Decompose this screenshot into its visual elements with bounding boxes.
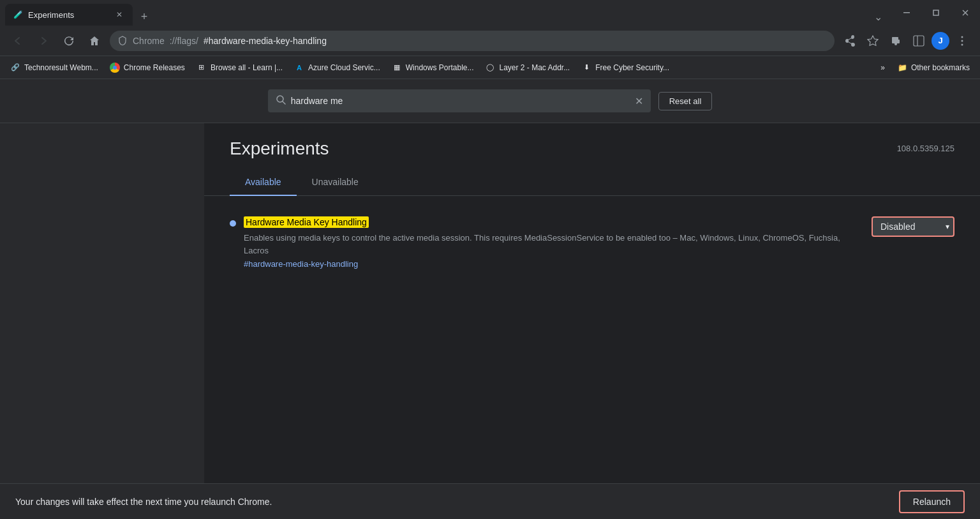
bookmark-favicon-6: ◯ [485,63,495,73]
flag-name: Hardware Media Key Handling [244,216,369,228]
home-button[interactable] [84,31,105,51]
experiments-header: Experiments 108.0.5359.125 [204,123,980,159]
bookmark-technoresult[interactable]: 🔗 Technoresult Webm... [5,59,103,77]
bookmark-label-2: Chrome Releases [124,63,185,72]
bottom-bar: Your changes will take effect the next t… [0,483,980,519]
bookmark-browse-all[interactable]: ⊞ Browse all - Learn |... [191,59,288,77]
extensions-button[interactable] [886,31,906,51]
tab-navigation: Available Unavailable [204,169,980,196]
search-input[interactable] [291,96,630,106]
flag-control: Default Enabled Disabled [872,216,954,237]
tab-unavailable[interactable]: Unavailable [297,169,374,196]
svg-point-6 [961,36,963,38]
bookmark-label-3: Browse all - Learn |... [211,63,283,72]
sidebar-toggle-button[interactable] [909,31,929,51]
bookmark-label-6: Layer 2 - Mac Addr... [499,63,570,72]
flag-anchor-link[interactable]: #hardware-media-key-handling [244,259,864,269]
bookmark-label-4: Azure Cloud Servic... [308,63,380,72]
search-icon [276,94,286,107]
left-panel [0,123,204,519]
bookmark-favicon-2 [110,63,120,73]
bookmark-windows[interactable]: ▦ Windows Portable... [387,59,479,77]
flag-item: Hardware Media Key Handling Enables usin… [230,211,954,274]
other-bookmarks-label: Other bookmarks [911,63,970,72]
reload-button[interactable] [59,31,79,51]
address-chrome-label: Chrome [133,36,165,46]
version-text: 108.0.5359.125 [897,144,954,153]
address-bar[interactable]: Chrome ://flags/ #hardware-media-key-han… [110,31,835,51]
flag-select[interactable]: Default Enabled Disabled [872,216,954,237]
search-clear-button[interactable]: ✕ [635,95,643,107]
tab-title: Experiments [28,10,108,20]
tab-available[interactable]: Available [230,169,297,196]
menu-button[interactable] [952,31,972,51]
relaunch-button[interactable]: Relaunch [899,490,965,513]
other-bookmarks-icon: 📁 [898,63,907,72]
secure-icon [117,36,128,46]
profile-button[interactable]: J [932,32,949,50]
reset-all-button[interactable]: Reset all [658,92,713,110]
svg-point-8 [961,43,963,45]
search-area: ✕ Reset all [0,79,980,123]
forward-button[interactable] [33,31,54,51]
nav-bar: Chrome ://flags/ #hardware-media-key-han… [0,26,980,56]
svg-point-7 [961,40,963,41]
flags-scroll-area[interactable]: Hardware Media Key Handling Enables usin… [204,196,980,519]
experiments-area: Experiments 108.0.5359.125 Available Una… [204,123,980,519]
bookmark-favicon-5: ▦ [392,63,402,73]
bookmarks-bar: 🔗 Technoresult Webm... Chrome Releases ⊞… [0,56,980,79]
bookmark-label-5: Windows Portable... [406,63,474,72]
flag-info: Hardware Media Key Handling Enables usin… [244,216,864,269]
tab-strip: 🧪 Experiments ✕ + [0,0,869,26]
bookmark-favicon-3: ⊞ [197,63,207,73]
flag-select-wrapper: Default Enabled Disabled [872,216,954,237]
bookmark-azure[interactable]: A Azure Cloud Servic... [289,59,385,77]
share-button[interactable] [840,31,860,51]
minimize-button[interactable] [892,0,921,26]
address-path: #hardware-media-key-handling [204,36,327,46]
flag-description: Enables using media keys to control the … [244,232,864,257]
bookmark-favicon-7: ⬇ [581,63,591,73]
title-bar: 🧪 Experiments ✕ + ⌄ [0,0,980,26]
flag-indicator-dot [230,220,236,227]
toolbar-actions: J [840,31,972,51]
bookmark-label-7: Free Cyber Security... [595,63,669,72]
bookmark-layer2[interactable]: ◯ Layer 2 - Mac Addr... [480,59,575,77]
svg-rect-0 [903,12,910,13]
svg-rect-1 [933,10,939,15]
bookmark-favicon-4: A [294,63,304,73]
search-container: ✕ [268,89,651,112]
bookmark-label-1: Technoresult Webm... [24,63,98,72]
svg-line-10 [283,102,285,104]
other-bookmarks-folder[interactable]: 📁 Other bookmarks [893,59,975,77]
content-area: Experiments 108.0.5359.125 Available Una… [0,123,980,519]
flags-content: Hardware Media Key Handling Enables usin… [204,196,980,289]
more-bookmarks-button[interactable]: » [875,59,890,77]
maximize-button[interactable] [921,0,951,26]
window-controls [892,0,980,26]
address-separator: ://flags/ [170,36,198,46]
bookmark-chrome-releases[interactable]: Chrome Releases [105,59,190,77]
page-title: Experiments [230,139,329,159]
close-button[interactable] [951,0,980,26]
bookmark-favicon-1: 🔗 [10,63,20,73]
bookmark-star-button[interactable] [863,31,883,51]
bookmark-cybersecurity[interactable]: ⬇ Free Cyber Security... [576,59,674,77]
relaunch-message: Your changes will take effect the next t… [15,497,272,507]
new-tab-button[interactable]: + [135,8,153,26]
tab-list-chevron[interactable]: ⌄ [869,8,887,26]
active-tab[interactable]: 🧪 Experiments ✕ [5,4,133,26]
back-button[interactable] [8,31,28,51]
tab-favicon: 🧪 [13,10,23,20]
tab-close-button[interactable]: ✕ [114,9,125,20]
svg-rect-4 [914,36,924,46]
